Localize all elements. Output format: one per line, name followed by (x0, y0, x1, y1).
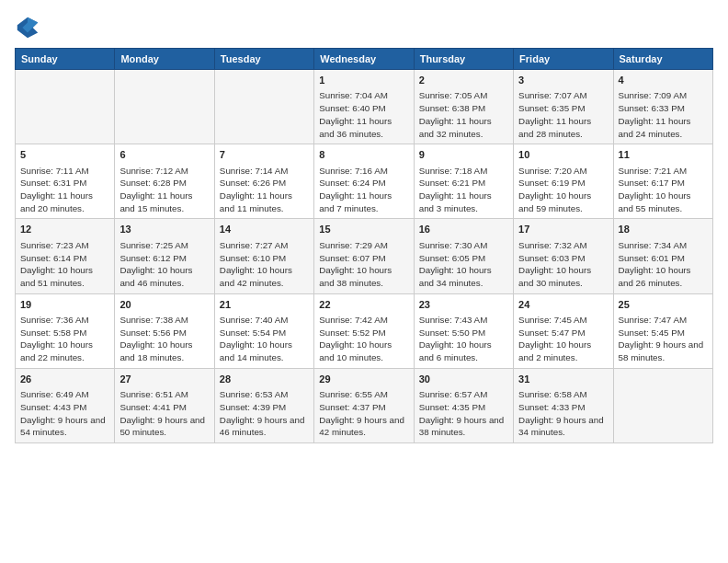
header-day: Saturday (613, 49, 712, 70)
calendar-week: 5Sunrise: 7:11 AM Sunset: 6:31 PM Daylig… (16, 144, 713, 219)
day-number: 14 (220, 223, 309, 236)
calendar-cell: 2Sunrise: 7:05 AM Sunset: 6:38 PM Daylig… (414, 70, 513, 144)
header-day: Thursday (414, 49, 513, 70)
day-number: 12 (20, 223, 109, 236)
calendar-cell: 21Sunrise: 7:40 AM Sunset: 5:54 PM Dayli… (214, 293, 313, 368)
calendar-cell: 27Sunrise: 6:51 AM Sunset: 4:41 PM Dayli… (115, 368, 214, 442)
header-day: Friday (514, 49, 613, 70)
calendar-header: SundayMondayTuesdayWednesdayThursdayFrid… (16, 49, 713, 70)
day-number: 30 (419, 373, 508, 386)
day-info: Sunrise: 7:16 AM Sunset: 6:24 PM Dayligh… (319, 165, 408, 215)
day-info: Sunrise: 7:42 AM Sunset: 5:52 PM Dayligh… (319, 314, 408, 364)
calendar-cell: 3Sunrise: 7:07 AM Sunset: 6:35 PM Daylig… (514, 70, 613, 144)
calendar-cell: 6Sunrise: 7:12 AM Sunset: 6:28 PM Daylig… (115, 144, 214, 219)
day-number: 25 (619, 298, 708, 312)
day-info: Sunrise: 7:45 AM Sunset: 5:47 PM Dayligh… (518, 314, 608, 364)
calendar-week: 19Sunrise: 7:36 AM Sunset: 5:58 PM Dayli… (16, 293, 713, 368)
day-info: Sunrise: 6:49 AM Sunset: 4:43 PM Dayligh… (20, 388, 109, 439)
calendar-cell: 16Sunrise: 7:30 AM Sunset: 6:05 PM Dayli… (414, 219, 513, 293)
calendar-body: 1Sunrise: 7:04 AM Sunset: 6:40 PM Daylig… (16, 70, 713, 443)
calendar-cell: 17Sunrise: 7:32 AM Sunset: 6:03 PM Dayli… (514, 219, 613, 293)
day-number: 29 (319, 373, 408, 386)
day-number: 17 (518, 223, 608, 236)
calendar-table: SundayMondayTuesdayWednesdayThursdayFrid… (15, 48, 713, 443)
day-number: 16 (419, 223, 508, 236)
day-number: 5 (20, 148, 109, 162)
day-number: 3 (518, 74, 608, 87)
day-info: Sunrise: 7:18 AM Sunset: 6:21 PM Dayligh… (419, 165, 508, 215)
day-info: Sunrise: 7:30 AM Sunset: 6:05 PM Dayligh… (419, 239, 508, 290)
day-number: 22 (319, 298, 408, 312)
day-number: 15 (319, 223, 408, 236)
day-number: 18 (619, 223, 708, 236)
day-number: 28 (220, 373, 309, 386)
day-info: Sunrise: 7:05 AM Sunset: 6:38 PM Dayligh… (419, 89, 508, 140)
day-number: 2 (419, 74, 508, 87)
calendar-cell: 8Sunrise: 7:16 AM Sunset: 6:24 PM Daylig… (314, 144, 414, 219)
header-day: Wednesday (314, 49, 414, 70)
calendar-cell: 15Sunrise: 7:29 AM Sunset: 6:07 PM Dayli… (314, 219, 414, 293)
day-info: Sunrise: 7:32 AM Sunset: 6:03 PM Dayligh… (518, 239, 608, 290)
calendar-cell: 23Sunrise: 7:43 AM Sunset: 5:50 PM Dayli… (414, 293, 513, 368)
calendar-cell: 7Sunrise: 7:14 AM Sunset: 6:26 PM Daylig… (214, 144, 313, 219)
day-info: Sunrise: 6:55 AM Sunset: 4:37 PM Dayligh… (319, 388, 408, 439)
calendar-cell: 5Sunrise: 7:11 AM Sunset: 6:31 PM Daylig… (16, 144, 115, 219)
calendar-cell: 13Sunrise: 7:25 AM Sunset: 6:12 PM Dayli… (115, 219, 214, 293)
calendar-cell (613, 368, 712, 442)
calendar-cell: 10Sunrise: 7:20 AM Sunset: 6:19 PM Dayli… (514, 144, 613, 219)
day-number: 23 (419, 298, 508, 312)
day-info: Sunrise: 7:20 AM Sunset: 6:19 PM Dayligh… (518, 165, 608, 215)
day-number: 10 (518, 148, 608, 162)
calendar-cell: 14Sunrise: 7:27 AM Sunset: 6:10 PM Dayli… (214, 219, 313, 293)
day-number: 24 (518, 298, 608, 312)
calendar-week: 1Sunrise: 7:04 AM Sunset: 6:40 PM Daylig… (16, 70, 713, 144)
day-info: Sunrise: 7:11 AM Sunset: 6:31 PM Dayligh… (20, 165, 109, 215)
day-info: Sunrise: 7:29 AM Sunset: 6:07 PM Dayligh… (319, 239, 408, 290)
calendar-cell (115, 70, 214, 144)
day-number: 31 (518, 373, 608, 386)
header-day: Monday (115, 49, 214, 70)
day-number: 27 (119, 373, 209, 386)
day-info: Sunrise: 6:57 AM Sunset: 4:35 PM Dayligh… (419, 388, 508, 439)
day-info: Sunrise: 7:12 AM Sunset: 6:28 PM Dayligh… (119, 165, 209, 215)
calendar-cell: 19Sunrise: 7:36 AM Sunset: 5:58 PM Dayli… (16, 293, 115, 368)
day-number: 21 (220, 298, 309, 312)
day-number: 1 (319, 74, 408, 87)
day-number: 6 (119, 148, 209, 162)
calendar-cell (214, 70, 313, 144)
day-info: Sunrise: 7:14 AM Sunset: 6:26 PM Dayligh… (220, 165, 309, 215)
calendar-cell (16, 70, 115, 144)
day-info: Sunrise: 7:25 AM Sunset: 6:12 PM Dayligh… (119, 239, 209, 290)
day-info: Sunrise: 6:53 AM Sunset: 4:39 PM Dayligh… (220, 388, 309, 439)
calendar-cell: 11Sunrise: 7:21 AM Sunset: 6:17 PM Dayli… (613, 144, 712, 219)
calendar-cell: 22Sunrise: 7:42 AM Sunset: 5:52 PM Dayli… (314, 293, 414, 368)
day-info: Sunrise: 7:36 AM Sunset: 5:58 PM Dayligh… (20, 314, 109, 364)
day-number: 7 (220, 148, 309, 162)
calendar-cell: 26Sunrise: 6:49 AM Sunset: 4:43 PM Dayli… (16, 368, 115, 442)
day-info: Sunrise: 7:21 AM Sunset: 6:17 PM Dayligh… (619, 165, 708, 215)
calendar-cell: 12Sunrise: 7:23 AM Sunset: 6:14 PM Dayli… (16, 219, 115, 293)
day-number: 13 (119, 223, 209, 236)
calendar-cell: 1Sunrise: 7:04 AM Sunset: 6:40 PM Daylig… (314, 70, 414, 144)
calendar-week: 12Sunrise: 7:23 AM Sunset: 6:14 PM Dayli… (16, 219, 713, 293)
header-row: SundayMondayTuesdayWednesdayThursdayFrid… (16, 49, 713, 70)
day-number: 9 (419, 148, 508, 162)
header-day: Sunday (16, 49, 115, 70)
day-number: 26 (20, 373, 109, 386)
day-number: 19 (20, 298, 109, 312)
logo (15, 15, 44, 40)
day-number: 11 (619, 148, 708, 162)
day-info: Sunrise: 7:40 AM Sunset: 5:54 PM Dayligh… (220, 314, 309, 364)
calendar-cell: 30Sunrise: 6:57 AM Sunset: 4:35 PM Dayli… (414, 368, 513, 442)
calendar-cell: 20Sunrise: 7:38 AM Sunset: 5:56 PM Dayli… (115, 293, 214, 368)
calendar-cell: 18Sunrise: 7:34 AM Sunset: 6:01 PM Dayli… (613, 219, 712, 293)
page-header (15, 15, 713, 40)
calendar-cell: 28Sunrise: 6:53 AM Sunset: 4:39 PM Dayli… (214, 368, 313, 442)
day-info: Sunrise: 7:43 AM Sunset: 5:50 PM Dayligh… (419, 314, 508, 364)
day-number: 20 (119, 298, 209, 312)
day-info: Sunrise: 7:34 AM Sunset: 6:01 PM Dayligh… (619, 239, 708, 290)
day-info: Sunrise: 7:07 AM Sunset: 6:35 PM Dayligh… (518, 89, 608, 140)
day-number: 4 (619, 74, 708, 87)
day-info: Sunrise: 7:09 AM Sunset: 6:33 PM Dayligh… (619, 89, 708, 140)
calendar-cell: 4Sunrise: 7:09 AM Sunset: 6:33 PM Daylig… (613, 70, 712, 144)
